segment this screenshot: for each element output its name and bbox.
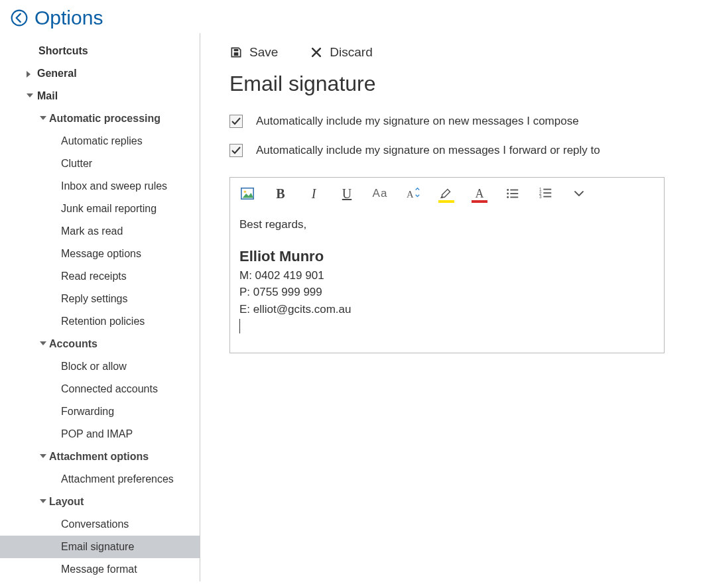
sidebar-item-read-receipts[interactable]: Read receipts [0, 265, 200, 288]
checkbox-include-reply[interactable] [229, 144, 243, 157]
content-area: Save Discard Email signature Automatical… [200, 33, 707, 581]
sidebar-label: Block or allow [61, 361, 127, 373]
back-button[interactable] [9, 8, 29, 28]
sidebar-item-general[interactable]: General [0, 62, 200, 85]
signature-mobile: M: 0402 419 901 [239, 267, 655, 284]
sidebar-label: Mark as read [61, 225, 123, 237]
sidebar-label: Inbox and sweep rules [61, 180, 167, 192]
sidebar-label: Email signature [61, 541, 134, 553]
signature-editor-body[interactable]: Best regards, Elliot Munro M: 0402 419 9… [230, 207, 664, 353]
discard-label: Discard [330, 45, 372, 60]
sidebar-label: Mail [37, 90, 58, 102]
signature-name: Elliot Munro [239, 245, 655, 267]
sidebar-item-mail[interactable]: Mail [0, 85, 200, 107]
check-icon [231, 145, 241, 156]
sidebar-item-layout[interactable]: Layout [0, 491, 200, 513]
sidebar-item-automatic-replies[interactable]: Automatic replies [0, 130, 200, 152]
sidebar-item-junk-email[interactable]: Junk email reporting [0, 198, 200, 220]
font-size-button[interactable]: A [405, 186, 421, 202]
more-button[interactable] [571, 186, 587, 202]
checkbox-label: Automatically include my signature on ne… [256, 115, 579, 128]
underline-button[interactable]: U [339, 186, 355, 202]
editor-toolbar: B I U Aa A [230, 178, 664, 207]
checkbox-row-include-new: Automatically include my signature on ne… [229, 115, 688, 128]
sidebar-item-block-allow[interactable]: Block or allow [0, 355, 200, 378]
svg-rect-13 [543, 192, 551, 194]
font-color-icon: A [476, 187, 484, 201]
signature-phone: P: 0755 999 999 [239, 284, 655, 301]
chevron-down-icon [40, 499, 46, 503]
chevron-down-icon [40, 454, 46, 458]
sidebar-item-connected-accounts[interactable]: Connected accounts [0, 378, 200, 400]
numbering-button[interactable]: 1 2 3 [538, 186, 554, 202]
font-size-icon: A [406, 186, 420, 201]
save-button[interactable]: Save [229, 45, 278, 60]
sidebar-item-accounts[interactable]: Accounts [0, 333, 200, 355]
sidebar-label: Reply settings [61, 293, 128, 305]
sidebar-label: Message options [61, 248, 141, 260]
svg-rect-15 [543, 196, 551, 198]
sidebar-item-attachment-options[interactable]: Attachment options [0, 445, 200, 468]
font-family-button[interactable]: Aa [372, 186, 388, 202]
close-icon [310, 46, 323, 59]
sidebar-item-forwarding[interactable]: Forwarding [0, 400, 200, 423]
svg-rect-9 [510, 197, 518, 198]
italic-button[interactable]: I [306, 186, 322, 202]
numbering-icon: 1 2 3 [539, 186, 553, 201]
sidebar-item-message-options[interactable]: Message options [0, 243, 200, 265]
highlight-icon [439, 186, 454, 201]
sidebar-label: Message format [61, 563, 137, 575]
sidebar-item-pop-imap[interactable]: POP and IMAP [0, 423, 200, 445]
svg-point-6 [507, 193, 509, 195]
bullets-button[interactable] [505, 186, 521, 202]
sidebar-label: Forwarding [61, 406, 114, 418]
sidebar: Shortcuts General Mail Automatic process… [0, 33, 200, 581]
bold-button[interactable]: B [273, 186, 289, 202]
insert-image-button[interactable] [239, 186, 255, 202]
signature-editor: B I U Aa A [229, 177, 665, 353]
sidebar-item-message-format[interactable]: Message format [0, 558, 200, 581]
sidebar-item-email-signature[interactable]: Email signature [0, 536, 200, 558]
svg-text:A: A [407, 189, 414, 200]
check-icon [231, 116, 241, 127]
sidebar-item-automatic-processing[interactable]: Automatic processing [0, 107, 200, 130]
sidebar-item-retention-policies[interactable]: Retention policies [0, 310, 200, 333]
save-icon [229, 46, 243, 59]
sidebar-item-conversations[interactable]: Conversations [0, 513, 200, 536]
sidebar-item-attachment-preferences[interactable]: Attachment preferences [0, 468, 200, 491]
sidebar-label: Layout [49, 496, 84, 508]
save-label: Save [249, 45, 278, 60]
signature-email: E: elliot@gcits.com.au [239, 301, 655, 318]
back-arrow-icon [10, 9, 29, 27]
sidebar-label: Accounts [49, 338, 97, 350]
svg-point-2 [244, 190, 247, 193]
header: Options [0, 0, 707, 33]
signature-greeting: Best regards, [239, 216, 655, 233]
bullets-icon [505, 186, 520, 201]
sidebar-item-mark-as-read[interactable]: Mark as read [0, 220, 200, 243]
font-color-button[interactable]: A [472, 186, 487, 202]
sidebar-label: Attachment options [49, 451, 149, 463]
chevron-down-icon [573, 188, 585, 200]
svg-point-4 [507, 189, 509, 191]
svg-rect-5 [510, 190, 518, 191]
sidebar-label: General [37, 68, 77, 80]
action-bar: Save Discard [229, 45, 688, 60]
svg-point-8 [507, 196, 509, 198]
sidebar-item-clutter[interactable]: Clutter [0, 152, 200, 175]
sidebar-label: Clutter [61, 158, 92, 170]
svg-point-0 [12, 11, 27, 26]
sidebar-label: Attachment preferences [61, 473, 174, 485]
highlight-color-swatch [438, 200, 454, 203]
checkbox-include-new[interactable] [229, 115, 243, 128]
sidebar-label: Shortcuts [38, 45, 88, 57]
sidebar-item-reply-settings[interactable]: Reply settings [0, 288, 200, 310]
sidebar-item-shortcuts[interactable]: Shortcuts [0, 40, 200, 62]
sidebar-label: Conversations [61, 518, 129, 530]
insert-image-icon [240, 186, 255, 201]
sidebar-item-inbox-sweep[interactable]: Inbox and sweep rules [0, 175, 200, 198]
highlight-button[interactable] [438, 186, 454, 202]
svg-rect-11 [543, 189, 551, 190]
discard-button[interactable]: Discard [310, 45, 372, 60]
page-title: Email signature [229, 72, 688, 96]
